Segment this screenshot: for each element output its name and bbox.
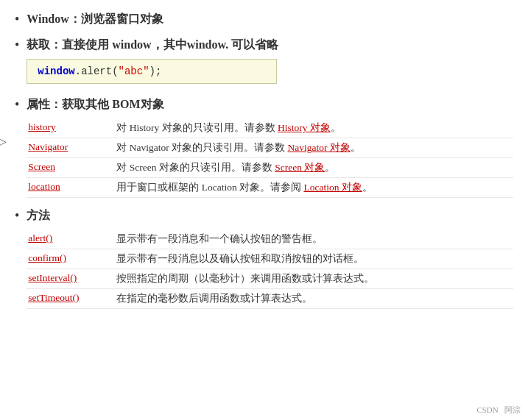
property-desc-navigator: 对 Navigator 对象的只读引用。请参数 Navigator 对象。 xyxy=(115,138,513,158)
table-row: history 对 History 对象的只读引用。请参数 History 对象… xyxy=(27,118,513,138)
section-window: • Window：浏览器窗口对象 xyxy=(15,12,513,27)
method-name-confirm[interactable]: confirm() xyxy=(27,249,115,269)
table-row: Screen 对 Screen 对象的只读引用。请参数 Screen 对象。 xyxy=(27,158,513,178)
method-desc-alert: 显示带有一段消息和一个确认按钮的警告框。 xyxy=(115,229,513,249)
cursor-indicator: ▷ xyxy=(0,135,7,148)
method-desc-setinterval: 按照指定的周期（以毫秒计）来调用函数或计算表达式。 xyxy=(115,269,513,289)
section-access: • 获取：直接使用 window，其中window. 可以省略 window.a… xyxy=(15,38,513,87)
code-paren-open: ( xyxy=(112,65,118,77)
methods-title: 方法 xyxy=(27,209,50,221)
table-row: alert() 显示带有一段消息和一个确认按钮的警告框。 xyxy=(27,229,513,249)
section-window-content: Window：浏览器窗口对象 xyxy=(27,12,513,27)
bullet-1: • xyxy=(15,12,19,27)
properties-title: 属性：获取其他 BOM对象 xyxy=(27,98,163,110)
property-name-screen[interactable]: Screen xyxy=(27,158,115,178)
method-name-alert[interactable]: alert() xyxy=(27,229,115,249)
code-dot: . xyxy=(75,65,81,77)
history-link[interactable]: History 对象 xyxy=(278,122,331,133)
method-name-settimeout[interactable]: setTimeout() xyxy=(27,289,115,309)
section-methods: • 方法 alert() 显示带有一段消息和一个确认按钮的警告框。 confir… xyxy=(15,208,513,309)
method-name-setinterval[interactable]: setInterval() xyxy=(27,269,115,289)
bullet-2: • xyxy=(15,38,19,53)
footer-author: 阿淙 xyxy=(504,405,521,414)
methods-table: alert() 显示带有一段消息和一个确认按钮的警告框。 confirm() 显… xyxy=(27,229,513,309)
location-link[interactable]: Location 对象 xyxy=(303,182,362,193)
footer: CSDN 阿淙 xyxy=(476,405,521,416)
property-name-location[interactable]: location xyxy=(27,178,115,198)
property-name-history[interactable]: history xyxy=(27,118,115,138)
property-name-navigator[interactable]: Navigator xyxy=(27,138,115,158)
table-row: setInterval() 按照指定的周期（以毫秒计）来调用函数或计算表达式。 xyxy=(27,269,513,289)
access-title: 获取：直接使用 window，其中window. 可以省略 xyxy=(27,38,278,51)
section-methods-content: 方法 alert() 显示带有一段消息和一个确认按钮的警告框。 confirm(… xyxy=(27,208,513,309)
property-desc-screen: 对 Screen 对象的只读引用。请参数 Screen 对象。 xyxy=(115,158,513,178)
properties-table: history 对 History 对象的只读引用。请参数 History 对象… xyxy=(27,118,513,198)
code-paren-close: ); xyxy=(149,65,162,77)
property-desc-history: 对 History 对象的只读引用。请参数 History 对象。 xyxy=(115,118,513,138)
bullet-3: • xyxy=(15,97,19,113)
method-desc-confirm: 显示带有一段消息以及确认按钮和取消按钮的对话框。 xyxy=(115,249,513,269)
window-title: Window：浏览器窗口对象 xyxy=(27,13,163,25)
code-keyword: window xyxy=(38,65,74,77)
section-properties: • 属性：获取其他 BOM对象 ▷ history 对 History 对象的只… xyxy=(15,97,513,198)
table-row: confirm() 显示带有一段消息以及确认按钮和取消按钮的对话框。 xyxy=(27,249,513,269)
method-desc-settimeout: 在指定的毫秒数后调用函数或计算表达式。 xyxy=(115,289,513,309)
table-row: setTimeout() 在指定的毫秒数后调用函数或计算表达式。 xyxy=(27,289,513,309)
section-properties-content: 属性：获取其他 BOM对象 ▷ history 对 History 对象的只读引… xyxy=(27,97,513,198)
table-row: location 用于窗口或框架的 Location 对象。请参阅 Locati… xyxy=(27,178,513,198)
code-method: alert xyxy=(81,65,112,77)
table-row: Navigator 对 Navigator 对象的只读引用。请参数 Naviga… xyxy=(27,138,513,158)
footer-source: CSDN xyxy=(476,405,498,414)
code-string: "abc" xyxy=(119,65,149,77)
screen-link[interactable]: Screen 对象 xyxy=(275,162,325,173)
code-block: window.alert("abc"); xyxy=(27,59,277,84)
section-access-content: 获取：直接使用 window，其中window. 可以省略 window.ale… xyxy=(27,38,513,87)
bullet-4: • xyxy=(15,208,19,224)
navigator-link[interactable]: Navigator 对象 xyxy=(287,142,350,153)
property-desc-location: 用于窗口或框架的 Location 对象。请参阅 Location 对象。 xyxy=(115,178,513,198)
